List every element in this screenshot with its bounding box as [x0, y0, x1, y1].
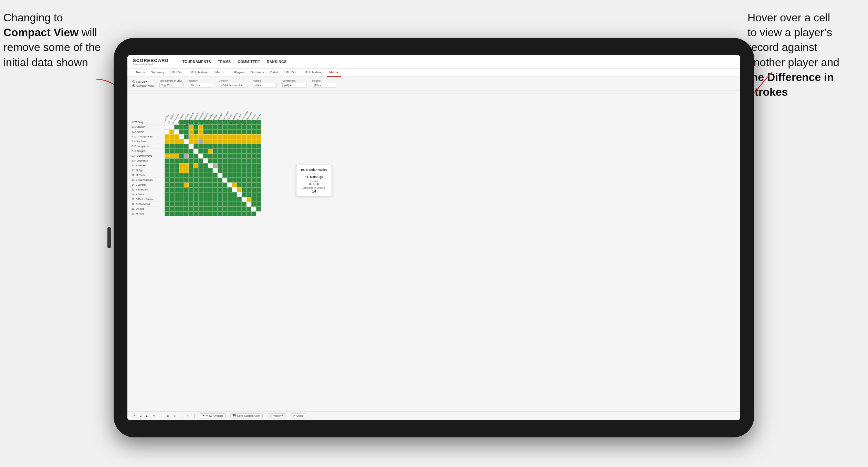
- conference-select[interactable]: (All) ▾: [282, 83, 306, 88]
- matrix-cell[interactable]: [242, 125, 247, 129]
- matrix-cell[interactable]: [213, 173, 218, 178]
- matrix-cell[interactable]: [222, 168, 227, 173]
- matrix-cell[interactable]: [247, 173, 251, 178]
- matrix-cell[interactable]: [242, 134, 247, 139]
- redo-btn[interactable]: ↷: [153, 414, 156, 418]
- matrix-cell[interactable]: [251, 154, 256, 158]
- matrix-cell[interactable]: [222, 197, 227, 202]
- matrix-cell[interactable]: [256, 197, 261, 202]
- view-original-btn[interactable]: 👁 View: Original: [200, 413, 225, 418]
- matrix-cell[interactable]: [242, 139, 247, 144]
- matrix-cell[interactable]: [174, 168, 179, 173]
- matrix-cell[interactable]: [222, 134, 227, 139]
- matrix-cell[interactable]: [189, 192, 194, 197]
- matrix-cell[interactable]: [169, 183, 174, 187]
- matrix-cell[interactable]: [256, 158, 261, 163]
- matrix-cell[interactable]: [169, 125, 174, 129]
- matrix-cell[interactable]: [198, 158, 203, 163]
- matrix-cell[interactable]: [213, 211, 218, 216]
- matrix-cell[interactable]: [242, 207, 247, 211]
- matrix-cell[interactable]: [198, 187, 203, 192]
- matrix-cell[interactable]: [208, 154, 213, 158]
- matrix-cell[interactable]: [174, 197, 179, 202]
- matrix-cell[interactable]: [189, 197, 194, 202]
- matrix-cell[interactable]: [174, 125, 179, 129]
- matrix-cell[interactable]: [179, 134, 184, 139]
- matrix-cell[interactable]: [179, 144, 184, 149]
- matrix-cell[interactable]: [237, 211, 242, 216]
- tab-detail[interactable]: Detail: [268, 69, 281, 77]
- matrix-cell[interactable]: [184, 192, 189, 197]
- matrix-cell[interactable]: [251, 187, 256, 192]
- matrix-cell[interactable]: [194, 129, 198, 134]
- matrix-cell[interactable]: [222, 129, 227, 134]
- matrix-cell[interactable]: [179, 187, 184, 192]
- tab-matrix-1[interactable]: Matrix: [213, 69, 227, 77]
- matrix-cell[interactable]: [198, 144, 203, 149]
- matrix-cell[interactable]: [232, 125, 237, 129]
- matrix-cell[interactable]: [232, 139, 237, 144]
- matrix-cell[interactable]: [208, 207, 213, 211]
- matrix-cell[interactable]: [208, 158, 213, 163]
- matrix-cell[interactable]: [222, 187, 227, 192]
- matrix-cell[interactable]: [189, 168, 194, 173]
- matrix-cell[interactable]: [165, 163, 169, 168]
- matrix-cell[interactable]: [203, 173, 208, 178]
- matrix-cell[interactable]: [194, 144, 198, 149]
- matrix-cell[interactable]: [247, 154, 251, 158]
- matrix-cell[interactable]: [227, 144, 232, 149]
- matrix-cell[interactable]: [203, 125, 208, 129]
- matrix-cell[interactable]: [208, 211, 213, 216]
- matrix-cell[interactable]: [213, 163, 218, 168]
- nav-committee[interactable]: COMMITTEE: [238, 59, 260, 65]
- matrix-cell[interactable]: [203, 129, 208, 134]
- matrix-cell[interactable]: [213, 158, 218, 163]
- matrix-cell[interactable]: [179, 173, 184, 178]
- tab-h2h-heatmap-1[interactable]: H2H Heatmap: [187, 69, 212, 77]
- matrix-cell[interactable]: [247, 197, 251, 202]
- matrix-cell[interactable]: [179, 168, 184, 173]
- matrix-cell[interactable]: [227, 139, 232, 144]
- nav-teams[interactable]: TEAMS: [218, 59, 231, 65]
- matrix-cell[interactable]: [237, 202, 242, 207]
- matrix-cell[interactable]: [165, 134, 169, 139]
- matrix-cell[interactable]: [237, 129, 242, 134]
- matrix-cell[interactable]: [184, 154, 189, 158]
- matrix-cell[interactable]: [189, 129, 194, 134]
- matrix-cell[interactable]: [218, 144, 222, 149]
- max-players-select[interactable]: Top 25 ▾: [159, 83, 184, 88]
- matrix-cell[interactable]: [251, 168, 256, 173]
- matrix-cell[interactable]: [256, 187, 261, 192]
- matrix-cell[interactable]: [198, 168, 203, 173]
- matrix-cell[interactable]: [256, 163, 261, 168]
- matrix-cell[interactable]: [169, 211, 174, 216]
- matrix-cell[interactable]: [256, 139, 261, 144]
- matrix-cell[interactable]: [203, 192, 208, 197]
- matrix-cell[interactable]: [184, 178, 189, 183]
- matrix-cell[interactable]: [174, 158, 179, 163]
- matrix-cell[interactable]: [218, 134, 222, 139]
- matrix-cell[interactable]: [237, 149, 242, 154]
- matrix-cell[interactable]: [218, 197, 222, 202]
- matrix-cell[interactable]: [194, 158, 198, 163]
- matrix-cell[interactable]: [184, 125, 189, 129]
- matrix-cell[interactable]: [189, 149, 194, 154]
- matrix-cell[interactable]: [174, 163, 179, 168]
- matrix-cell[interactable]: [189, 173, 194, 178]
- matrix-cell[interactable]: [222, 125, 227, 129]
- matrix-cell[interactable]: [174, 192, 179, 197]
- matrix-cell[interactable]: [208, 202, 213, 207]
- matrix-cell[interactable]: [256, 211, 261, 216]
- matrix-cell[interactable]: [179, 149, 184, 154]
- matrix-cell[interactable]: [174, 149, 179, 154]
- matrix-cell[interactable]: [232, 183, 237, 187]
- matrix-cell[interactable]: [237, 158, 242, 163]
- matrix-cell[interactable]: [169, 192, 174, 197]
- matrix-cell[interactable]: [256, 178, 261, 183]
- matrix-cell[interactable]: [222, 207, 227, 211]
- matrix-cell[interactable]: [232, 211, 237, 216]
- matrix-cell[interactable]: [256, 192, 261, 197]
- matrix-cell[interactable]: [242, 192, 247, 197]
- matrix-cell[interactable]: [247, 139, 251, 144]
- matrix-cell[interactable]: [179, 154, 184, 158]
